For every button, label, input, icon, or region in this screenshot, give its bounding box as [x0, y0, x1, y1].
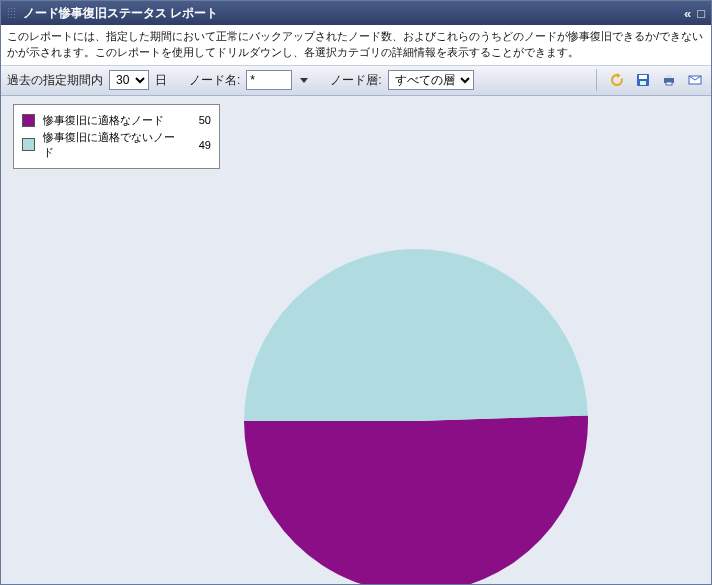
pie-chart	[241, 246, 591, 584]
window-title: ノード惨事復旧ステータス レポート	[23, 5, 678, 22]
legend-label: 惨事復旧に適格なノード	[43, 113, 183, 128]
pie-slice[interactable]	[244, 415, 588, 584]
legend-value: 49	[191, 139, 211, 151]
period-select[interactable]: 30	[109, 70, 149, 90]
report-window: ノード惨事復旧ステータス レポート « □ このレポートには、指定した期間におい…	[0, 0, 712, 585]
save-icon[interactable]	[633, 70, 653, 90]
legend-value: 50	[191, 114, 211, 126]
legend-swatch	[22, 138, 35, 151]
legend-item: 惨事復旧に適格でないノード 49	[22, 130, 211, 160]
pie-slice[interactable]	[244, 249, 588, 421]
report-description: このレポートには、指定した期間において正常にバックアップされたノード数、およびこ…	[1, 25, 711, 66]
filter-toolbar: 過去の指定期間内 30 日 ノード名: ノード層: すべての層	[1, 66, 711, 96]
svg-rect-2	[640, 81, 646, 85]
legend-item: 惨事復旧に適格なノード 50	[22, 113, 211, 128]
period-unit: 日	[155, 72, 167, 89]
chart-legend: 惨事復旧に適格なノード 50 惨事復旧に適格でないノード 49	[13, 104, 220, 169]
legend-swatch	[22, 114, 35, 127]
svg-rect-5	[666, 82, 672, 85]
node-name-input[interactable]	[246, 70, 292, 90]
email-icon[interactable]	[685, 70, 705, 90]
collapse-icon[interactable]: «	[684, 6, 691, 21]
node-tier-label: ノード層:	[330, 72, 381, 89]
node-tier-select[interactable]: すべての層	[388, 70, 474, 90]
chart-area: 惨事復旧に適格なノード 50 惨事復旧に適格でないノード 49	[1, 96, 711, 584]
node-name-dropdown-icon[interactable]	[300, 78, 308, 83]
refresh-icon[interactable]	[607, 70, 627, 90]
print-icon[interactable]	[659, 70, 679, 90]
legend-label: 惨事復旧に適格でないノード	[43, 130, 183, 160]
grip-icon	[7, 7, 17, 19]
svg-rect-4	[666, 75, 672, 78]
toolbar-separator	[596, 69, 597, 91]
maximize-icon[interactable]: □	[697, 6, 705, 21]
period-label: 過去の指定期間内	[7, 72, 103, 89]
title-bar: ノード惨事復旧ステータス レポート « □	[1, 1, 711, 25]
svg-rect-1	[639, 75, 647, 79]
node-name-label: ノード名:	[189, 72, 240, 89]
